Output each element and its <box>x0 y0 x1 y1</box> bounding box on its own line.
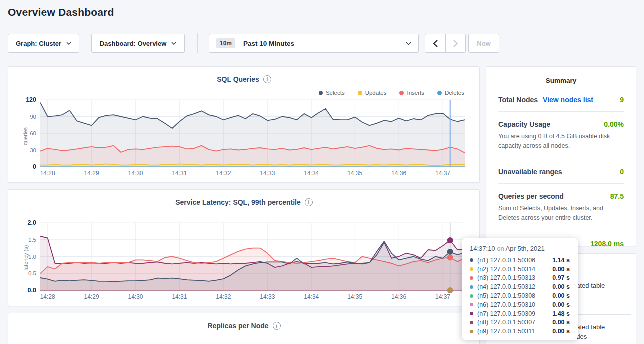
tooltip-node-value: 0.00 s <box>552 301 570 308</box>
chevron-down-icon <box>171 42 176 45</box>
overview-dashboard-page: Overview Dashboard Graph: Cluster Dashbo… <box>0 0 644 344</box>
svg-text:14:32: 14:32 <box>216 293 231 300</box>
svg-text:14:35: 14:35 <box>347 293 362 300</box>
tooltip-node-address: (n1) 127.0.0.1:50306 <box>477 257 535 264</box>
svg-text:14:37: 14:37 <box>435 293 450 300</box>
tooltip-node-value: 1.14 s <box>552 257 570 264</box>
svg-text:0.5: 0.5 <box>28 270 36 276</box>
chevron-down-icon <box>406 42 411 45</box>
tooltip-node-value: 0.00 s <box>552 319 570 326</box>
now-button[interactable]: Now <box>468 34 499 53</box>
tooltip-row: (n6) 127.0.0.1:503100.00 s <box>470 300 570 309</box>
tooltip-row: (n1) 127.0.0.1:503061.14 s <box>470 256 570 265</box>
chart-tooltip: 14:37:10 on Apr 5th, 2021 (n1) 127.0.0.1… <box>462 238 578 340</box>
node-color-dot-icon <box>470 330 473 333</box>
info-icon[interactable]: i <box>273 322 281 330</box>
svg-text:14:36: 14:36 <box>391 170 406 177</box>
svg-text:14:29: 14:29 <box>84 170 99 177</box>
svg-text:14:31: 14:31 <box>172 170 187 177</box>
replicas-per-node-title: Replicas per Node <box>207 322 268 330</box>
service-latency-panel: Service Latency: SQL, 99th percentile i … <box>8 189 480 306</box>
tooltip-node-address: (n8) 127.0.0.1:50307 <box>477 319 535 326</box>
tooltip-node-address: (n5) 127.0.0.1:50308 <box>477 292 535 299</box>
unavailable-ranges-label: Unavailable ranges <box>498 168 562 176</box>
capacity-usage-value: 0.00% <box>604 120 624 128</box>
graph-dropdown-label: Graph: Cluster <box>16 40 61 47</box>
svg-text:0: 0 <box>33 163 36 170</box>
tooltip-row: (n7) 127.0.0.1:503091.48 s <box>470 309 570 318</box>
capacity-usage-subtext: You are using 0 B of 4.5 GiB usable disk… <box>498 132 624 151</box>
svg-text:14:33: 14:33 <box>260 170 275 177</box>
time-range-dropdown[interactable]: 10m Past 10 Minutes <box>209 34 419 53</box>
tooltip-node-value: 0.00 s <box>552 328 570 335</box>
capacity-usage-label: Capacity Usage <box>498 120 550 128</box>
svg-text:14:31: 14:31 <box>172 293 187 300</box>
time-range-badge: 10m <box>216 38 235 48</box>
unavailable-ranges-value: 0 <box>620 168 624 176</box>
node-color-dot-icon <box>470 303 473 306</box>
service-latency-chart[interactable]: 0.00.51.01.52.014:2814:2914:3014:3114:32… <box>8 190 480 307</box>
svg-text:14:30: 14:30 <box>128 293 143 300</box>
node-color-dot-icon <box>470 294 473 298</box>
tooltip-node-address: (n3) 127.0.0.1:50313 <box>477 274 535 281</box>
svg-text:1.0: 1.0 <box>28 254 36 260</box>
svg-text:14:30: 14:30 <box>128 170 143 177</box>
summary-row-capacity: Capacity Usage 0.00% You are using 0 B o… <box>498 112 624 159</box>
node-color-dot-icon <box>470 285 473 289</box>
node-color-dot-icon <box>470 267 473 271</box>
chevron-right-icon <box>453 40 458 47</box>
sql-queries-chart[interactable]: 030609012014:2814:2914:3014:3114:3214:33… <box>8 67 480 183</box>
tooltip-row: (n8) 127.0.0.1:503070.00 s <box>470 318 570 327</box>
page-title: Overview Dashboard <box>8 6 114 18</box>
tooltip-node-address: (n2) 127.0.0.1:50314 <box>477 266 535 273</box>
node-color-dot-icon <box>470 258 473 262</box>
svg-text:14:35: 14:35 <box>347 170 362 177</box>
qps-label: Queries per second <box>498 192 564 200</box>
svg-text:14:32: 14:32 <box>216 170 231 177</box>
node-color-dot-icon <box>470 321 473 324</box>
dashboard-dropdown[interactable]: Dashboard: Overview <box>91 34 185 53</box>
svg-text:14:37: 14:37 <box>435 170 450 177</box>
svg-text:14:34: 14:34 <box>304 170 319 177</box>
total-nodes-value: 9 <box>620 96 624 104</box>
svg-text:14:36: 14:36 <box>391 293 406 300</box>
chevron-left-icon <box>433 40 438 47</box>
tooltip-node-address: (n4) 127.0.0.1:50312 <box>477 283 535 290</box>
total-nodes-label: Total Nodes <box>498 96 538 104</box>
summary-heading: Summary <box>498 77 624 84</box>
tooltip-row: (n2) 127.0.0.1:503140.00 s <box>470 265 570 274</box>
summary-row-qps: Queries per second 87.5 Sum of Selects, … <box>498 184 624 231</box>
tooltip-node-address: (n7) 127.0.0.1:50309 <box>477 310 535 317</box>
view-nodes-list-link[interactable]: View nodes list <box>543 96 593 104</box>
p99-latency-value: 1208.0 ms <box>590 240 624 248</box>
tooltip-row: (n5) 127.0.0.1:503080.00 s <box>470 291 570 300</box>
tooltip-node-value: 0.97 s <box>552 274 570 281</box>
time-forward-button[interactable] <box>445 34 465 52</box>
tooltip-node-address: (n6) 127.0.0.1:50310 <box>477 301 535 308</box>
tooltip-node-value: 0.00 s <box>552 266 570 273</box>
dashboard-dropdown-label: Dashboard: Overview <box>100 40 167 47</box>
svg-text:14:33: 14:33 <box>260 293 275 300</box>
summary-row-total-nodes: Total Nodes View nodes list 9 <box>498 87 624 112</box>
svg-text:2.0: 2.0 <box>28 219 36 226</box>
tooltip-row: (n4) 127.0.0.1:503120.00 s <box>470 282 570 291</box>
time-back-button[interactable] <box>425 34 445 52</box>
tooltip-row: (n9) 127.0.0.1:503110.00 s <box>470 327 570 336</box>
svg-text:120: 120 <box>26 96 36 103</box>
svg-text:14:29: 14:29 <box>84 293 99 300</box>
svg-text:0.0: 0.0 <box>28 287 36 294</box>
chevron-down-icon <box>66 42 71 45</box>
svg-text:60: 60 <box>30 130 36 136</box>
sql-queries-panel: SQL Queries i SelectsUpdatesInsertsDelet… <box>8 66 480 183</box>
node-color-dot-icon <box>470 276 473 280</box>
controls-divider <box>197 33 198 53</box>
replicas-per-node-panel: Replicas per Node i <box>8 313 480 344</box>
svg-text:14:34: 14:34 <box>304 293 319 300</box>
svg-text:1.5: 1.5 <box>28 237 36 243</box>
summary-panel: Summary Total Nodes View nodes list 9 Ca… <box>486 66 636 246</box>
qps-value: 87.5 <box>610 192 624 200</box>
tooltip-timestamp: 14:37:10 on Apr 5th, 2021 <box>470 245 570 252</box>
summary-row-unavailable-ranges: Unavailable ranges 0 <box>498 159 624 184</box>
graph-dropdown[interactable]: Graph: Cluster <box>8 34 79 53</box>
svg-text:14:28: 14:28 <box>40 293 55 300</box>
